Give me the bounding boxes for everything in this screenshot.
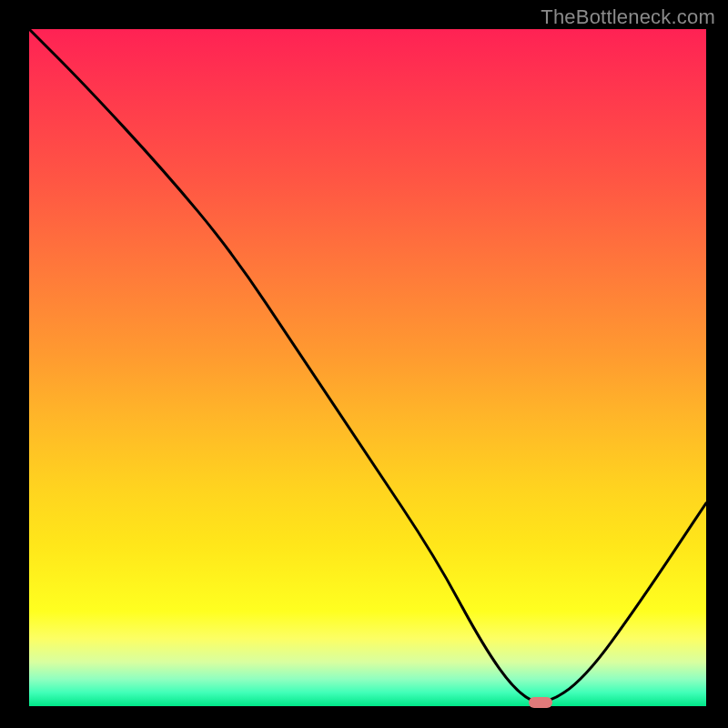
chart-frame: TheBottleneck.com	[0, 0, 728, 728]
bottleneck-curve	[29, 29, 706, 706]
watermark-label: TheBottleneck.com	[541, 5, 715, 29]
optimal-point-marker	[529, 697, 552, 708]
plot-area	[29, 29, 706, 706]
